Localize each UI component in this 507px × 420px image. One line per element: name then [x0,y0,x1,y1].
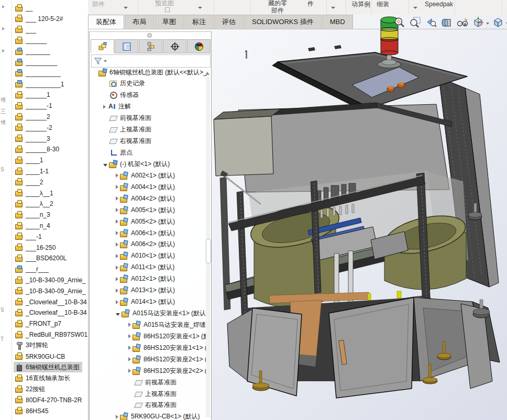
expand-right-icon[interactable] [116,300,118,304]
feature-tree-item[interactable]: 86HS120安装座2<2> ( [128,366,212,376]
panel-overflow-chevron[interactable]: › [211,39,212,52]
zoom-to-fit-icon[interactable] [393,16,406,29]
feature-tree-item[interactable]: A011<1> (默认) [116,262,212,273]
expand-right-icon[interactable] [128,334,131,338]
file-list-item[interactable]: ___-1 [14,231,45,242]
feature-tree-item[interactable]: 历史记录 [103,79,212,89]
file-list-item[interactable]: __ [14,3,35,13]
file-list-item[interactable]: ______1 [14,90,53,100]
zoom-to-area-icon[interactable] [409,16,422,29]
file-list-item[interactable]: ___ [14,25,39,35]
file-list-item[interactable]: ______2 [14,112,53,122]
view-orientation-caret[interactable] [486,23,489,26]
ribbon-tab[interactable]: 布局 [125,15,154,29]
file-list-item[interactable]: _Cloverleaf__10-B-34 [14,297,89,307]
feature-tree-item[interactable]: 传感器 [103,90,212,101]
file-list-item[interactable]: ___r___ [14,264,51,274]
feature-tree-item[interactable]: A006<1> (默认) [116,228,212,238]
expand-right-icon[interactable] [116,231,118,235]
ribbon-tab[interactable]: 评估 [214,15,244,29]
view-orientation-icon[interactable] [471,16,485,29]
file-list-item[interactable]: ______-1 [14,101,55,111]
file-list-item[interactable]: 16直线轴承加长 [14,373,73,383]
feature-tree-item[interactable]: 86HS120安装座<1> (默 [128,331,212,341]
file-list-item[interactable]: ____n_3 [14,209,53,220]
expand-right-icon[interactable] [116,254,118,258]
feature-tree-item[interactable]: 前视基准面 [128,377,212,388]
feature-tree-item[interactable]: 86HS120安装座2<1> ( [128,354,212,364]
feature-tree-item[interactable]: 上视基准面 [128,389,212,399]
ribbon-button-label[interactable]: 件 [307,1,314,7]
feature-tree-item[interactable]: 右视基准面 [128,400,212,411]
ribbon-button-label[interactable]: 口 [164,7,171,14]
file-list-item[interactable]: _RedBull_RB97SW01 [14,329,89,340]
file-list-item[interactable]: ___ 120-5-2# [14,14,65,24]
file-list-item[interactable]: __________1 [14,79,67,90]
expand-right-icon[interactable] [128,369,131,373]
file-list-item[interactable]: _Cloverleaf__10-B-34 [14,307,89,318]
expand-down-icon[interactable] [116,313,120,316]
file-list-item[interactable]: ____λ__2 [14,198,56,209]
expand-right-icon[interactable] [116,415,118,419]
ribbon-tab[interactable]: 标注 [184,15,214,29]
dropdown-caret-icon[interactable] [413,7,417,11]
tree-scroll-up-arrow[interactable] [205,70,210,75]
file-list-item[interactable]: 5RK90GU-CB [14,351,68,362]
feature-tree-item[interactable]: A013<1> (默认) [116,285,212,296]
ribbon-button-label[interactable]: 细装 [377,1,389,8]
file-list-item[interactable]: ____2 [14,177,46,187]
display-style-icon[interactable] [491,16,505,29]
file-list-item[interactable]: ____n_4 [14,220,53,231]
expand-right-icon[interactable] [103,105,106,109]
file-list-item[interactable]: 22按钮 [14,384,48,394]
file-list-item[interactable]: 86HS45 [14,406,51,416]
file-list-item[interactable]: 6轴锁螺丝机总装图 [14,362,82,372]
expand-right-icon[interactable] [128,357,131,361]
ribbon-button-label[interactable]: 部件 [92,1,105,8]
file-list-item[interactable]: ___16-250 [14,242,58,253]
feature-tree-item[interactable]: 原点 [103,148,212,158]
ribbon-tab[interactable]: MBD [322,15,353,29]
expand-right-icon[interactable] [116,242,118,247]
expand-right-icon[interactable] [116,289,118,293]
feature-tree-item[interactable]: A010<1> (默认) [116,251,212,261]
previous-view-icon[interactable] [424,16,438,29]
feature-tree-item[interactable]: (-) 机架<1> (默认) [103,159,212,169]
file-list-item[interactable]: _10-B-340-09_Arnie_ [14,286,89,296]
file-list-item[interactable]: 80DF4-270-TNB-2R [14,395,84,405]
ribbon-tab[interactable]: SOLIDWORKS 插件 [244,15,322,29]
file-list-item[interactable]: ____1 [14,155,46,165]
ribbon-button-label[interactable]: 藏的零 [268,0,287,7]
feature-tree-item[interactable]: 注解 [103,102,212,112]
feature-tree-item[interactable]: 前视基准面 [103,113,212,124]
expand-right-icon[interactable] [128,346,131,350]
tree-scrollbar[interactable] [206,77,210,417]
feature-tree-item[interactable]: A006<2> (默认) [116,239,212,250]
file-list-item[interactable]: ______8-30 [14,144,62,154]
file-list-item[interactable]: _FRONT_p7 [14,318,64,329]
file-list-item[interactable]: 3吋脚轮 [14,340,51,351]
feature-tree-item[interactable]: A014<1> (默认) [116,297,212,307]
feature-tree-item[interactable]: 5RK90GU-CB<1> (默认) [116,412,212,420]
file-list-item[interactable]: ___BSD6200L [14,253,69,263]
hide-show-items-icon[interactable]: A [456,16,469,29]
feature-tree-item[interactable]: A015马达安装座<1> (默认) [116,308,212,319]
file-list-item[interactable]: _________ [14,57,60,68]
expand-right-icon[interactable] [128,323,131,327]
file-list-item[interactable]: ______-2 [14,123,55,133]
expand-right-icon[interactable] [116,208,118,212]
tree-scrollbar-thumb[interactable] [206,239,211,263]
feature-tree-item[interactable]: 86HS120安装座1<1> ( [128,342,212,353]
feature-tree-item[interactable]: A004<2> (默认) [116,193,212,204]
section-view-icon[interactable] [440,16,454,29]
file-list-item[interactable]: ____1-1 [14,166,51,176]
file-list-item[interactable]: __________ [14,68,63,79]
dropdown-caret-icon[interactable] [198,7,202,11]
feature-tree-item[interactable]: 右视基准面 [103,136,212,147]
expand-down-icon[interactable] [103,164,107,167]
expand-right-icon[interactable] [116,266,118,270]
feature-tree-item[interactable]: A002<1> (默认) [116,170,212,181]
feature-tree-item[interactable]: A005<1> (默认) [116,205,212,215]
expand-right-icon[interactable] [116,185,118,189]
ribbon-button-label[interactable]: 动算例 [351,1,370,8]
